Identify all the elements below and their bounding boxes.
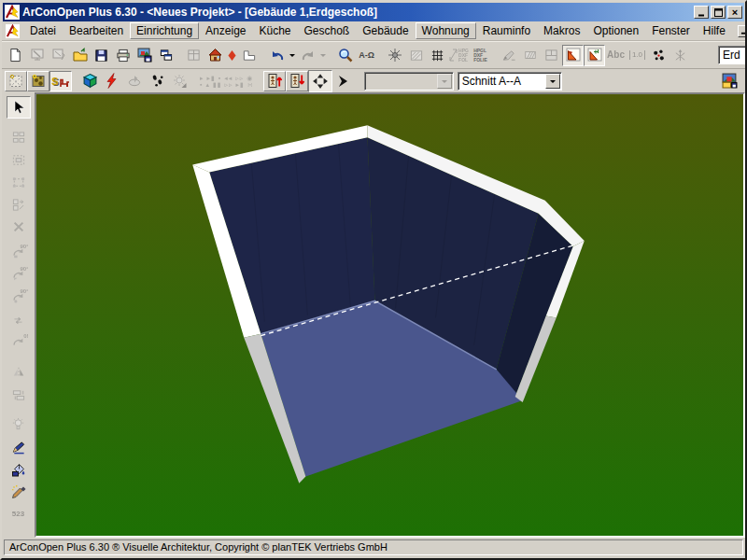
redo-button <box>297 45 318 66</box>
flip-arrows-icon <box>11 315 25 327</box>
print-button[interactable] <box>112 45 134 66</box>
save-view-image-button[interactable] <box>718 71 740 91</box>
elevator-up-button[interactable] <box>263 71 286 91</box>
percent-scatter-icon <box>652 49 666 63</box>
menu-optionen[interactable]: Optionen <box>586 22 645 39</box>
save-floppy-icon <box>94 49 108 63</box>
navigation-pad-button[interactable] <box>308 70 332 92</box>
sun-light-button <box>168 71 190 91</box>
room-3d-scene[interactable] <box>36 94 743 536</box>
wall-outline-icon <box>242 49 257 63</box>
environment-outline-icon <box>8 74 23 89</box>
open-project-button[interactable] <box>69 45 91 66</box>
new-file-icon <box>8 48 22 63</box>
axis-button <box>669 45 691 66</box>
height-steps-icon <box>11 388 26 402</box>
texture-brush-button[interactable] <box>7 481 31 503</box>
project-house-button[interactable] <box>204 45 226 66</box>
minimize-button[interactable] <box>694 6 709 19</box>
chevron-down-icon <box>289 54 295 60</box>
tool-palette: 90° 90° 90° 0! 523 <box>2 92 35 538</box>
statusbar-field: ArConOpen Plus 6.30 ® Visuelle Architekt… <box>4 539 743 555</box>
elevator-down-icon <box>289 73 304 89</box>
goto-view-button[interactable] <box>332 71 355 91</box>
maximize-icon <box>714 8 723 17</box>
save-project-button[interactable] <box>91 45 112 66</box>
a-omega-icon: A-Ω <box>359 51 374 60</box>
abc-icon: Abc <box>607 50 625 60</box>
close-icon: × <box>732 7 738 18</box>
hpgl-label: FOLIE <box>473 58 487 63</box>
view-plant-button[interactable] <box>584 45 605 66</box>
paint-bucket-button[interactable] <box>7 458 31 481</box>
menu-gebaeude[interactable]: Gebäude <box>356 22 415 39</box>
percent-scatter-button[interactable] <box>648 45 669 66</box>
section-combobox[interactable]: Schnitt A--A <box>458 72 562 91</box>
view-toolbar: S ▸ ▸▮ ▪ ◂◂ ▹▹ ◉ ▪ ▴ ▮▮ ▹▹ ▸▮ ∺ Schnitt … <box>2 68 745 92</box>
snap-diamond[interactable] <box>226 45 238 66</box>
statistics-button: 523 <box>7 503 31 525</box>
sundial-button <box>123 71 146 91</box>
section-combobox-value: Schnitt A--A <box>458 75 544 88</box>
view-flag-button[interactable] <box>562 45 584 66</box>
floor-combobox-value: Erd <box>719 49 745 62</box>
menu-makros[interactable]: Makros <box>537 22 586 39</box>
view-3d-button[interactable] <box>78 71 101 91</box>
mdi-minimize-icon <box>740 27 747 35</box>
select-area-button <box>7 148 31 171</box>
arrange-windows-button[interactable] <box>155 45 176 66</box>
furniture-catalog-button[interactable]: S <box>49 71 72 91</box>
titlebar[interactable]: ArConOpen Plus 6.30 - <Neues Projekt> - … <box>3 3 744 21</box>
wall-tool-button[interactable] <box>238 45 260 66</box>
viewport-3d[interactable] <box>35 92 745 538</box>
goto-arrow-icon <box>337 74 350 89</box>
pen-design-button[interactable] <box>7 436 31 458</box>
arcon-logo-icon <box>5 5 20 20</box>
minimize-icon <box>698 8 706 17</box>
environment-textured-icon <box>31 74 46 89</box>
mdi-minimize-button[interactable] <box>738 25 747 37</box>
magnifier-icon <box>338 48 353 63</box>
undo-button[interactable] <box>266 45 288 66</box>
floor-combobox[interactable]: Erd <box>718 46 745 64</box>
maximize-button[interactable] <box>711 6 726 19</box>
document-system-icon[interactable] <box>6 24 20 38</box>
close-button[interactable]: × <box>727 6 742 19</box>
plan-preview-alt-icon <box>51 48 66 63</box>
menu-datei[interactable]: Datei <box>23 22 63 39</box>
menu-bearbeiten[interactable]: Bearbeiten <box>63 22 130 39</box>
vcr-row-1: ▸ ▸▮ ▪ ◂◂ ▹▹ ◉ <box>200 75 254 81</box>
new-project-button[interactable] <box>5 45 26 66</box>
compass-rose-button[interactable] <box>384 45 405 66</box>
diagonal-hatch-icon <box>523 49 538 62</box>
rotate-90-c-button: 90° <box>7 287 31 309</box>
undo-dropdown[interactable] <box>288 45 297 66</box>
zoom-button[interactable] <box>334 45 356 66</box>
menu-einrichtung[interactable]: Einrichtung <box>130 22 199 39</box>
elevator-down-button[interactable] <box>286 71 308 91</box>
lightning-icon <box>106 73 119 89</box>
menu-anzeige[interactable]: Anzeige <box>199 22 252 39</box>
environment-outline-button[interactable] <box>5 71 27 91</box>
walk-mode-button[interactable] <box>146 71 168 91</box>
save-image-button[interactable] <box>134 45 155 66</box>
refresh-render-button[interactable] <box>101 71 123 91</box>
menu-rauminfo[interactable]: Rauminfo <box>476 22 537 39</box>
menu-wohnung[interactable]: Wohnung <box>416 22 476 39</box>
hpgl-import-button[interactable]: HPGLDXFFOLIE <box>470 45 491 66</box>
font-settings-button[interactable]: A-Ω <box>356 45 377 66</box>
menu-fenster[interactable]: Fenster <box>645 22 697 39</box>
redo-dropdown <box>318 45 328 66</box>
main-area: 90° 90° 90° 0! 523 <box>2 92 745 538</box>
menu-hilfe[interactable]: Hilfe <box>697 22 732 39</box>
app-window: ArConOpen Plus 6.30 - <Neues Projekt> - … <box>0 0 747 560</box>
section-combobox-dropdown[interactable] <box>545 74 560 89</box>
cursor-arrow-icon <box>12 100 25 115</box>
menu-geschoss[interactable]: Geschoß <box>298 22 357 39</box>
menu-kueche[interactable]: Küche <box>252 22 297 39</box>
image-save-icon <box>137 48 152 63</box>
grid-button[interactable] <box>427 45 448 66</box>
environment-textured-button[interactable] <box>27 71 49 91</box>
plan-preview-button <box>26 45 48 66</box>
select-arrow-button[interactable] <box>7 96 31 119</box>
